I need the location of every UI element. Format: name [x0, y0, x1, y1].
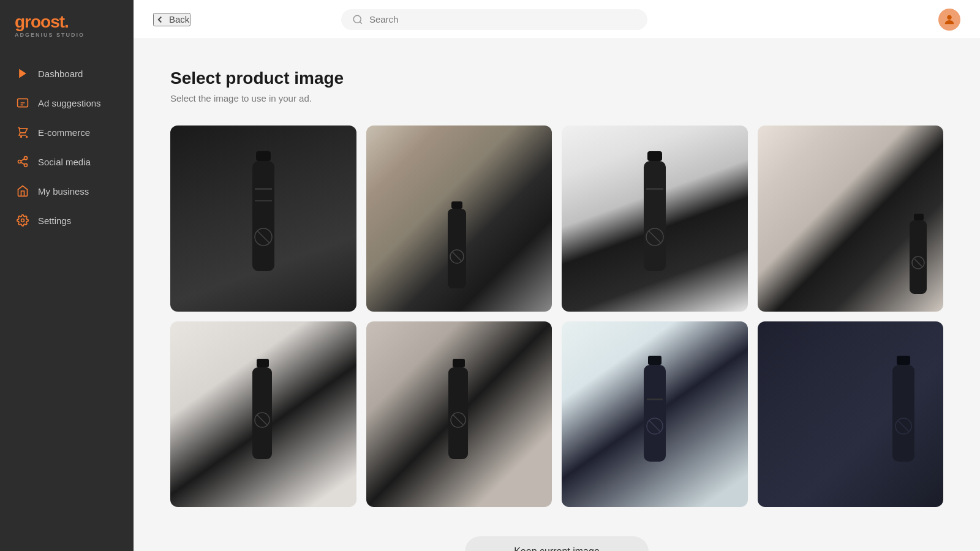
svg-point-8	[353, 15, 361, 23]
footer-bar: Keep current image	[170, 536, 943, 551]
image-cell-7[interactable]	[562, 321, 748, 508]
sidebar-label-social-media: Social media	[38, 157, 91, 167]
svg-rect-23	[646, 188, 663, 190]
bottle-svg-4	[903, 214, 937, 305]
search-icon	[352, 14, 363, 25]
svg-rect-21	[647, 151, 662, 161]
back-arrow-icon	[154, 14, 165, 25]
page-content: Select product image Select the image to…	[134, 39, 980, 551]
sidebar-item-dashboard[interactable]: Dashboard	[7, 60, 126, 87]
svg-marker-0	[19, 69, 26, 78]
svg-rect-18	[448, 209, 466, 288]
business-icon	[16, 184, 29, 198]
main-area: Back Select product image Select the ima…	[134, 0, 980, 551]
logo-area: groost. ADGENIUS STUDIO	[0, 0, 134, 55]
ecommerce-icon	[16, 126, 29, 139]
page-subtitle: Select the image to use in your ad.	[170, 93, 943, 103]
bottle-svg-1	[239, 151, 288, 286]
image-cell-3[interactable]	[562, 126, 748, 312]
sidebar-item-ecommerce[interactable]: E-commerce	[7, 119, 126, 146]
avatar[interactable]	[938, 9, 960, 31]
svg-rect-43	[897, 356, 910, 365]
logo-subtitle: ADGENIUS STUDIO	[15, 32, 119, 38]
svg-point-6	[24, 163, 28, 167]
sidebar-item-social-media[interactable]: Social media	[7, 148, 126, 175]
image-cell-2[interactable]	[366, 126, 552, 312]
social-icon	[16, 155, 29, 168]
sidebar-nav: Dashboard Ad suggestions E-commerce	[0, 55, 134, 239]
svg-rect-22	[644, 161, 666, 271]
bottle-svg-7	[633, 356, 676, 472]
sidebar-label-ecommerce: E-commerce	[38, 127, 90, 138]
header: Back	[134, 0, 980, 39]
bottle-svg-8	[882, 356, 925, 472]
svg-rect-44	[892, 365, 914, 462]
sidebar-label-ad-suggestions: Ad suggestions	[38, 98, 101, 108]
svg-point-4	[24, 157, 28, 160]
svg-point-10	[947, 15, 951, 19]
svg-rect-11	[256, 151, 271, 161]
bottle-svg-5	[243, 359, 283, 469]
user-icon	[943, 13, 956, 26]
svg-rect-39	[644, 365, 666, 462]
sidebar-item-ad-suggestions[interactable]: Ad suggestions	[7, 89, 126, 116]
svg-point-5	[18, 160, 21, 163]
image-cell-5[interactable]	[170, 321, 356, 508]
logo-text: groost.	[15, 13, 119, 31]
svg-rect-31	[252, 367, 272, 459]
sidebar-item-my-business[interactable]: My business	[7, 178, 126, 204]
back-label: Back	[169, 14, 189, 24]
image-cell-4[interactable]	[758, 126, 944, 312]
sidebar-label-dashboard: Dashboard	[38, 69, 83, 79]
bottle-svg-3	[630, 151, 679, 286]
back-button[interactable]: Back	[153, 13, 190, 26]
svg-rect-17	[451, 201, 462, 209]
sidebar-label-settings: Settings	[38, 216, 71, 226]
search-input[interactable]	[369, 14, 636, 24]
svg-line-9	[360, 21, 361, 23]
svg-rect-38	[648, 356, 662, 365]
svg-rect-13	[255, 188, 272, 190]
svg-rect-34	[453, 359, 465, 367]
image-cell-8[interactable]	[758, 321, 944, 508]
svg-point-2	[21, 137, 22, 138]
play-icon	[16, 67, 29, 80]
sidebar-label-my-business: My business	[38, 186, 89, 197]
sidebar-item-settings[interactable]: Settings	[7, 207, 126, 234]
svg-rect-12	[252, 161, 274, 271]
svg-rect-26	[914, 214, 924, 220]
settings-icon	[16, 214, 29, 227]
image-cell-1[interactable]	[170, 126, 356, 312]
sidebar: groost. ADGENIUS STUDIO Dashboard Ad sug…	[0, 0, 134, 551]
image-cell-6[interactable]	[366, 321, 552, 508]
svg-rect-40	[647, 399, 663, 400]
svg-rect-30	[257, 359, 269, 367]
ad-icon	[16, 96, 29, 110]
bottle-svg-6	[439, 359, 479, 469]
keep-current-image-button[interactable]: Keep current image	[465, 536, 649, 551]
image-grid	[170, 126, 943, 507]
svg-rect-35	[448, 367, 468, 459]
search-bar	[341, 9, 647, 30]
svg-rect-27	[910, 220, 927, 294]
svg-point-7	[21, 219, 24, 222]
svg-rect-14	[255, 200, 272, 201]
page-title: Select product image	[170, 69, 943, 88]
svg-point-3	[26, 137, 28, 138]
bottle-svg-2	[440, 201, 477, 299]
